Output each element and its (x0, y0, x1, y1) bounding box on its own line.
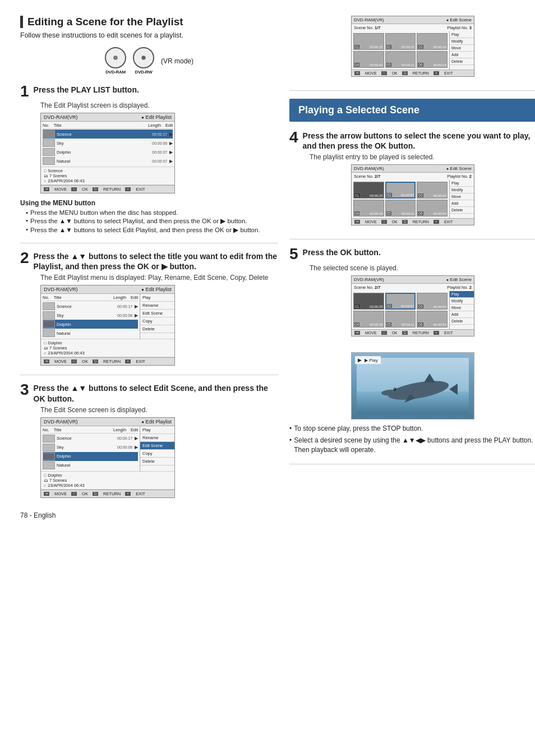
menu-notes: Using the MENU button Press the MENU but… (20, 199, 278, 234)
step-3-title: Press the ▲▼ buttons to select Edit Scen… (34, 383, 278, 403)
screen1-row3: Dolphin 00:00:07 ▶ (43, 147, 173, 156)
top-right-screen-area: DVD-RAM(VR) ● Edit Scene Scene No. 1/7 P… (289, 16, 535, 81)
step4-scene-02: 02 00:00:57 (385, 182, 416, 199)
page-number: 78 - English (20, 511, 278, 519)
scene-cell-02: 02 00:00:07 (385, 33, 416, 50)
step-5-desc: The selected scene is played. (310, 264, 535, 272)
step-4-screen: DVD-RAM(VR) ● Edit Scene Scene No. 2/7 P… (351, 164, 474, 225)
page: Editing a Scene for the Playlist Follow … (0, 0, 535, 756)
step4-scene-05: 05 00:00:11 (385, 200, 416, 216)
left-column: Editing a Scene for the Playlist Follow … (20, 16, 289, 740)
right-separator-bottom (289, 464, 535, 464)
step-5-title: Press the OK button. (303, 247, 381, 257)
step-5: 5 Press the OK button. The selected scen… (289, 247, 535, 454)
step-3-desc: The Edit Scene screen is displayed. (40, 406, 278, 414)
step-1-number: 1 (20, 84, 29, 99)
scene-cell-01: 01 00:00:25 (353, 33, 384, 50)
disc-icons-row: ⊙ DVD-RAM ⊕ DVD-RW (VR mode) (20, 47, 278, 75)
top-edit-scene-screen: DVD-RAM(VR) ● Edit Scene Scene No. 1/7 P… (351, 16, 474, 77)
step-3-number: 3 (20, 382, 29, 398)
dvd-rw-label: DVD-RW (135, 70, 153, 75)
step5-scene-06: 06 00:00:54 (417, 311, 448, 328)
step-5-number: 5 (289, 246, 298, 262)
svg-point-7 (394, 389, 395, 390)
step4-scene-side-menu: Play Modify Move Add Delete (449, 180, 474, 218)
step4-scene-01: 01 00:00:25 (353, 182, 384, 199)
screen3-row4: Natural (43, 461, 138, 470)
screen2-header-left: DVD-RAM(VR) (44, 287, 78, 292)
dvd-rw-icon: ⊕ DVD-RW (133, 47, 154, 75)
step5-scene-side-menu: Play Modify Move Add Delete (449, 291, 474, 329)
step-4-desc: The playlist entry to be played is selec… (310, 153, 535, 161)
step-1-screen: DVD-RAM(VR) ● Edit Playlist No. Title Le… (40, 113, 175, 193)
screen1-row1: Science 00:00:17 ▶ (43, 130, 173, 139)
screen2-row3: Dolphin (43, 320, 138, 329)
vr-mode-label: (VR mode) (161, 57, 193, 65)
step-2-title: Press the ▲▼ buttons to select the title… (34, 251, 278, 271)
screen2-row4: Natural (43, 329, 138, 338)
dvd-ram-label: DVD-RAM (105, 70, 126, 75)
step-1-desc: The Edit Playlist screen is displayed. (40, 102, 278, 109)
step5-scene-04: 04 00:00:33 (353, 311, 384, 328)
step5-scene-05: 05 00:00:11 (385, 311, 416, 328)
screen1-row2: Sky 00:00:06 ▶ (43, 139, 173, 147)
step-4-number: 4 (289, 130, 298, 145)
dvd-ram-icon: ⊙ DVD-RAM (105, 47, 126, 75)
step5-scene-03: 03 00:00:04 (417, 293, 448, 310)
step-1-title: Press the PLAY LIST button. (34, 85, 139, 95)
right-column: DVD-RAM(VR) ● Edit Scene Scene No. 1/7 P… (289, 16, 535, 740)
dolphin-image (357, 358, 469, 414)
page-subtitle: Follow these instructions to edit scenes… (20, 31, 278, 39)
step-4-title: Press the arrow buttons to select the sc… (303, 131, 535, 151)
step-2-desc: The Edit Playlist menu is displayed: Pla… (40, 274, 278, 282)
screen1-header-right: ● Edit Playlist (141, 114, 172, 120)
step-3-screen: DVD-RAM(VR) ● Edit Playlist No. Title Le… (40, 417, 175, 498)
step4-scene-04: 04 00:00:33 (353, 200, 384, 216)
menu-note-3: Press the ▲▼ buttons to select Edit Play… (26, 226, 278, 234)
step-3: 3 Press the ▲▼ buttons to select Edit Sc… (20, 383, 278, 497)
screen2-row1: Science 00:00:17 ▶ (43, 302, 138, 311)
screen1-header-left: DVD-RAM(VR) (44, 114, 78, 120)
step-1: 1 Press the PLAY LIST button. The Edit P… (20, 85, 278, 234)
step4-scene-06: 06 00:00:54 (417, 200, 448, 216)
bullet-notes: To stop scene play, press the STOP butto… (289, 424, 535, 454)
step5-scene-02: 02 00:00:57 (385, 293, 416, 310)
scene-cell-05: 05 00:00:11 (385, 51, 416, 68)
playing-selected-scene-title: Playing a Selected Scene (289, 99, 535, 122)
step-2-number: 2 (20, 250, 29, 266)
screen3-header-right: ● Edit Playlist (141, 419, 172, 425)
screen3-row2: Sky 00:00:06 ▶ (43, 443, 138, 452)
scene-cell-06: 06 00:00:04 (417, 51, 448, 68)
scene-cell-03: 03 00:00:04 (417, 33, 448, 50)
step-2: 2 Press the ▲▼ buttons to select the tit… (20, 251, 278, 366)
screen3-row3: Dolphin (43, 452, 138, 461)
step-3-menu: Play Rename Edit Scene Copy Delete (140, 426, 174, 471)
play-label: ▶ ▶ Play (355, 356, 381, 364)
screen1-row4: Natural 00:00:07 ▶ (43, 156, 173, 165)
page-title: Editing a Scene for the Playlist (20, 16, 278, 28)
step4-scene-03: 03 00:00:04 (417, 182, 448, 199)
step-2-menu: Play Rename Edit Scene Copy Delete (140, 294, 174, 339)
screen2-header-right: ● Edit Playlist (141, 287, 172, 292)
menu-notes-title: Using the MENU button (20, 199, 278, 207)
step-5-screen: DVD-RAM(VR) ● Edit Scene Scene No. 2/7 P… (351, 275, 474, 336)
separator-1 (20, 243, 278, 243)
step-2-screen: DVD-RAM(VR) ● Edit Playlist No. Title Le… (40, 285, 175, 366)
screen2-row2: Sky 00:00:06 ▶ (43, 311, 138, 320)
bullet-note-1: To stop scene play, press the STOP butto… (289, 424, 535, 434)
menu-note-1: Press the MENU button when the disc has … (26, 209, 278, 216)
right-separator-top (289, 90, 535, 91)
step-4: 4 Press the arrow buttons to select the … (289, 131, 535, 230)
scene-cell-04: 04 00:00:03 (353, 51, 384, 68)
right-separator-2 (289, 239, 535, 239)
top-scene-side-menu: Play Modify Move Add Delete (449, 31, 474, 70)
step5-scene-01: 01 00:00:25 (353, 293, 384, 310)
screen3-header-left: DVD-RAM(VR) (44, 419, 78, 425)
separator-2 (20, 375, 278, 375)
screen3-row1: Science 00:00:17 ▶ (43, 434, 138, 443)
bullet-note-2: Select a desired scene by using the ▲▼◀▶… (289, 436, 535, 455)
menu-note-2: Press the ▲▼ buttons to select Playlist,… (26, 217, 278, 225)
play-image: ▶ ▶ Play (351, 352, 474, 420)
